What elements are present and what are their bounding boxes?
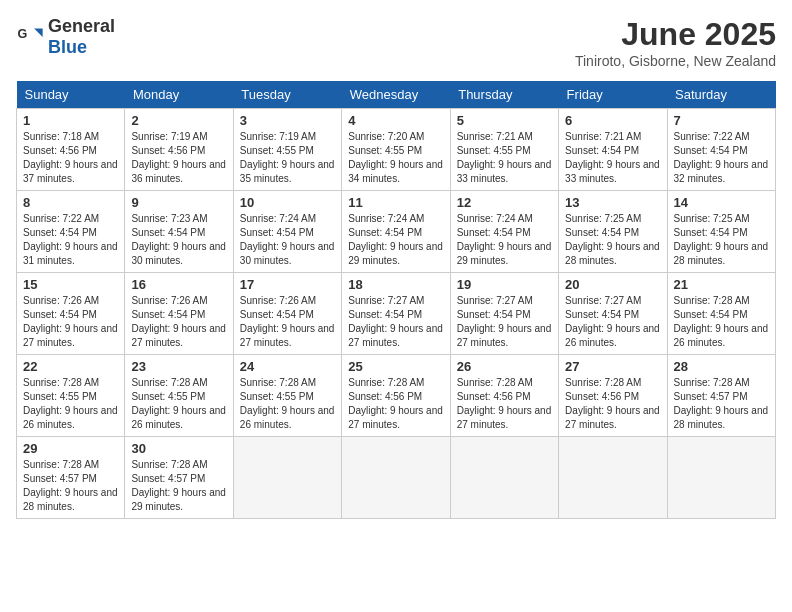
- day-number: 21: [674, 277, 769, 292]
- day-info: Sunrise: 7:22 AM Sunset: 4:54 PM Dayligh…: [23, 212, 118, 268]
- calendar-cell: [559, 437, 667, 519]
- calendar-cell: [450, 437, 558, 519]
- week-row-1: 1 Sunrise: 7:18 AM Sunset: 4:56 PM Dayli…: [17, 109, 776, 191]
- calendar-cell: 5 Sunrise: 7:21 AM Sunset: 4:55 PM Dayli…: [450, 109, 558, 191]
- calendar-cell: 25 Sunrise: 7:28 AM Sunset: 4:56 PM Dayl…: [342, 355, 450, 437]
- day-number: 15: [23, 277, 118, 292]
- calendar-cell: 9 Sunrise: 7:23 AM Sunset: 4:54 PM Dayli…: [125, 191, 233, 273]
- day-of-week-header: SundayMondayTuesdayWednesdayThursdayFrid…: [17, 81, 776, 109]
- logo-blue: Blue: [48, 37, 87, 57]
- day-number: 16: [131, 277, 226, 292]
- day-info: Sunrise: 7:27 AM Sunset: 4:54 PM Dayligh…: [565, 294, 660, 350]
- day-number: 7: [674, 113, 769, 128]
- day-info: Sunrise: 7:28 AM Sunset: 4:56 PM Dayligh…: [348, 376, 443, 432]
- day-info: Sunrise: 7:28 AM Sunset: 4:55 PM Dayligh…: [23, 376, 118, 432]
- dow-tuesday: Tuesday: [233, 81, 341, 109]
- calendar-cell: 17 Sunrise: 7:26 AM Sunset: 4:54 PM Dayl…: [233, 273, 341, 355]
- calendar-cell: 4 Sunrise: 7:20 AM Sunset: 4:55 PM Dayli…: [342, 109, 450, 191]
- logo-icon: G: [16, 23, 44, 51]
- calendar-cell: 22 Sunrise: 7:28 AM Sunset: 4:55 PM Dayl…: [17, 355, 125, 437]
- calendar-cell: 13 Sunrise: 7:25 AM Sunset: 4:54 PM Dayl…: [559, 191, 667, 273]
- calendar-cell: 24 Sunrise: 7:28 AM Sunset: 4:55 PM Dayl…: [233, 355, 341, 437]
- day-info: Sunrise: 7:24 AM Sunset: 4:54 PM Dayligh…: [348, 212, 443, 268]
- dow-friday: Friday: [559, 81, 667, 109]
- day-number: 5: [457, 113, 552, 128]
- day-info: Sunrise: 7:21 AM Sunset: 4:54 PM Dayligh…: [565, 130, 660, 186]
- calendar-cell: 27 Sunrise: 7:28 AM Sunset: 4:56 PM Dayl…: [559, 355, 667, 437]
- day-info: Sunrise: 7:25 AM Sunset: 4:54 PM Dayligh…: [565, 212, 660, 268]
- day-info: Sunrise: 7:20 AM Sunset: 4:55 PM Dayligh…: [348, 130, 443, 186]
- day-info: Sunrise: 7:26 AM Sunset: 4:54 PM Dayligh…: [240, 294, 335, 350]
- day-number: 1: [23, 113, 118, 128]
- day-number: 24: [240, 359, 335, 374]
- day-info: Sunrise: 7:28 AM Sunset: 4:55 PM Dayligh…: [240, 376, 335, 432]
- day-number: 20: [565, 277, 660, 292]
- day-info: Sunrise: 7:19 AM Sunset: 4:55 PM Dayligh…: [240, 130, 335, 186]
- calendar-body: 1 Sunrise: 7:18 AM Sunset: 4:56 PM Dayli…: [17, 109, 776, 519]
- calendar-cell: 26 Sunrise: 7:28 AM Sunset: 4:56 PM Dayl…: [450, 355, 558, 437]
- calendar-cell: 7 Sunrise: 7:22 AM Sunset: 4:54 PM Dayli…: [667, 109, 775, 191]
- day-info: Sunrise: 7:28 AM Sunset: 4:55 PM Dayligh…: [131, 376, 226, 432]
- calendar-cell: 10 Sunrise: 7:24 AM Sunset: 4:54 PM Dayl…: [233, 191, 341, 273]
- day-number: 12: [457, 195, 552, 210]
- day-info: Sunrise: 7:23 AM Sunset: 4:54 PM Dayligh…: [131, 212, 226, 268]
- day-number: 11: [348, 195, 443, 210]
- day-info: Sunrise: 7:26 AM Sunset: 4:54 PM Dayligh…: [131, 294, 226, 350]
- calendar-cell: 2 Sunrise: 7:19 AM Sunset: 4:56 PM Dayli…: [125, 109, 233, 191]
- calendar-cell: 14 Sunrise: 7:25 AM Sunset: 4:54 PM Dayl…: [667, 191, 775, 273]
- calendar-cell: [667, 437, 775, 519]
- day-number: 4: [348, 113, 443, 128]
- dow-wednesday: Wednesday: [342, 81, 450, 109]
- day-number: 30: [131, 441, 226, 456]
- day-info: Sunrise: 7:28 AM Sunset: 4:57 PM Dayligh…: [131, 458, 226, 514]
- day-info: Sunrise: 7:24 AM Sunset: 4:54 PM Dayligh…: [240, 212, 335, 268]
- day-number: 18: [348, 277, 443, 292]
- day-number: 13: [565, 195, 660, 210]
- calendar-cell: 8 Sunrise: 7:22 AM Sunset: 4:54 PM Dayli…: [17, 191, 125, 273]
- calendar-cell: 20 Sunrise: 7:27 AM Sunset: 4:54 PM Dayl…: [559, 273, 667, 355]
- day-info: Sunrise: 7:27 AM Sunset: 4:54 PM Dayligh…: [348, 294, 443, 350]
- calendar-cell: 12 Sunrise: 7:24 AM Sunset: 4:54 PM Dayl…: [450, 191, 558, 273]
- day-number: 14: [674, 195, 769, 210]
- week-row-3: 15 Sunrise: 7:26 AM Sunset: 4:54 PM Dayl…: [17, 273, 776, 355]
- day-number: 8: [23, 195, 118, 210]
- day-info: Sunrise: 7:19 AM Sunset: 4:56 PM Dayligh…: [131, 130, 226, 186]
- calendar-cell: 3 Sunrise: 7:19 AM Sunset: 4:55 PM Dayli…: [233, 109, 341, 191]
- calendar-cell: 28 Sunrise: 7:28 AM Sunset: 4:57 PM Dayl…: [667, 355, 775, 437]
- day-number: 25: [348, 359, 443, 374]
- day-number: 17: [240, 277, 335, 292]
- location-title: Tiniroto, Gisborne, New Zealand: [575, 53, 776, 69]
- title-area: June 2025 Tiniroto, Gisborne, New Zealan…: [575, 16, 776, 69]
- calendar-cell: 11 Sunrise: 7:24 AM Sunset: 4:54 PM Dayl…: [342, 191, 450, 273]
- calendar-cell: [342, 437, 450, 519]
- day-number: 9: [131, 195, 226, 210]
- dow-monday: Monday: [125, 81, 233, 109]
- day-info: Sunrise: 7:28 AM Sunset: 4:57 PM Dayligh…: [674, 376, 769, 432]
- day-info: Sunrise: 7:21 AM Sunset: 4:55 PM Dayligh…: [457, 130, 552, 186]
- day-number: 19: [457, 277, 552, 292]
- svg-text:G: G: [17, 27, 27, 41]
- day-info: Sunrise: 7:18 AM Sunset: 4:56 PM Dayligh…: [23, 130, 118, 186]
- page-header: G General Blue June 2025 Tiniroto, Gisbo…: [16, 16, 776, 69]
- day-number: 28: [674, 359, 769, 374]
- dow-sunday: Sunday: [17, 81, 125, 109]
- calendar-cell: 1 Sunrise: 7:18 AM Sunset: 4:56 PM Dayli…: [17, 109, 125, 191]
- day-number: 10: [240, 195, 335, 210]
- day-number: 22: [23, 359, 118, 374]
- calendar-cell: 15 Sunrise: 7:26 AM Sunset: 4:54 PM Dayl…: [17, 273, 125, 355]
- calendar-cell: 6 Sunrise: 7:21 AM Sunset: 4:54 PM Dayli…: [559, 109, 667, 191]
- dow-thursday: Thursday: [450, 81, 558, 109]
- calendar-cell: 16 Sunrise: 7:26 AM Sunset: 4:54 PM Dayl…: [125, 273, 233, 355]
- calendar-cell: 23 Sunrise: 7:28 AM Sunset: 4:55 PM Dayl…: [125, 355, 233, 437]
- day-number: 29: [23, 441, 118, 456]
- day-info: Sunrise: 7:26 AM Sunset: 4:54 PM Dayligh…: [23, 294, 118, 350]
- svg-marker-1: [34, 29, 42, 37]
- day-number: 27: [565, 359, 660, 374]
- calendar-cell: 29 Sunrise: 7:28 AM Sunset: 4:57 PM Dayl…: [17, 437, 125, 519]
- day-info: Sunrise: 7:28 AM Sunset: 4:56 PM Dayligh…: [457, 376, 552, 432]
- day-info: Sunrise: 7:28 AM Sunset: 4:54 PM Dayligh…: [674, 294, 769, 350]
- calendar-table: SundayMondayTuesdayWednesdayThursdayFrid…: [16, 81, 776, 519]
- day-info: Sunrise: 7:28 AM Sunset: 4:57 PM Dayligh…: [23, 458, 118, 514]
- day-info: Sunrise: 7:25 AM Sunset: 4:54 PM Dayligh…: [674, 212, 769, 268]
- logo: G General Blue: [16, 16, 115, 58]
